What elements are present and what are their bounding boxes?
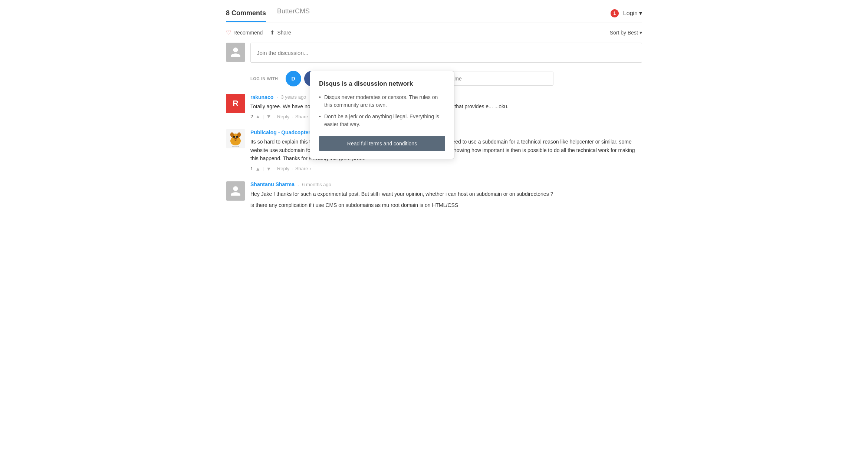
svg-text:Publica: Publica [232, 145, 239, 148]
comment-body: Shantanu Sharma · 6 months ago Hey Jake … [250, 181, 642, 213]
discussion-row [226, 43, 642, 63]
share-comment-button[interactable]: Share [295, 114, 308, 119]
vote-count: 1 [250, 166, 253, 171]
comments-header: 8 Comments ButterCMS 1 Login ▾ [226, 7, 642, 23]
reply-button[interactable]: Reply [277, 166, 289, 171]
downvote-button[interactable]: ▼ [266, 113, 271, 119]
upvote-button[interactable]: ▲ [255, 113, 260, 119]
upvote-button[interactable]: ▲ [255, 166, 260, 172]
tab-comments[interactable]: 8 Comments [226, 9, 266, 22]
login-button[interactable]: Login ▾ [623, 10, 642, 17]
header-tabs: 8 Comments ButterCMS [226, 7, 310, 19]
person-icon [230, 46, 241, 58]
share-comment-button[interactable]: Share › [295, 166, 311, 171]
notification-badge: 1 [611, 9, 619, 17]
comment-time: 3 years ago [281, 94, 306, 100]
comment-text-2: is there any complication if i use CMS o… [250, 201, 642, 209]
person-icon [230, 185, 241, 197]
popup-card: Disqus is a discussion network Disqus ne… [310, 71, 454, 159]
avatar-rakunaco: R [226, 94, 245, 113]
avatar-shantanu [226, 181, 245, 201]
recommend-button[interactable]: ♡ Recommend [226, 29, 263, 36]
popup-rule-1: Disqus never moderates or censors. The r… [319, 93, 445, 109]
reply-button[interactable]: Reply [277, 114, 289, 119]
vote-count: 2 [250, 114, 253, 119]
svg-point-4 [233, 136, 235, 138]
comment-item: Shantanu Sharma · 6 months ago Hey Jake … [226, 181, 642, 213]
comment-actions: 1 ▲ | ▼ · Reply · Share › [250, 166, 642, 172]
popup-rule-2: Don't be a jerk or do anything illegal. … [319, 113, 445, 128]
comment-time: 6 months ago [302, 182, 331, 187]
downvote-button[interactable]: ▼ [266, 166, 271, 172]
popup-title: Disqus is a discussion network [319, 80, 445, 88]
chevron-down-icon: ▾ [640, 30, 642, 36]
disqus-popup: Disqus is a discussion network Disqus ne… [310, 71, 454, 159]
disqus-login-button[interactable]: D [286, 71, 301, 86]
toolbar: ♡ Recommend ⬆ Share Sort by Best ▾ [226, 29, 642, 36]
comment-author[interactable]: rakunaco [250, 94, 273, 100]
chevron-down-icon: ▾ [639, 10, 642, 17]
comment-meta: Shantanu Sharma · 6 months ago [250, 181, 642, 188]
popup-rules: Disqus never moderates or censors. The r… [319, 93, 445, 128]
svg-point-6 [234, 138, 237, 139]
heart-icon: ♡ [226, 29, 231, 36]
user-avatar [226, 43, 245, 62]
avatar-publicalog: Publica [226, 129, 245, 148]
sort-button[interactable]: Sort by Best ▾ [610, 30, 642, 36]
read-terms-button[interactable]: Read full terms and conditions [319, 136, 445, 151]
toolbar-left: ♡ Recommend ⬆ Share [226, 29, 291, 36]
header-right: 1 Login ▾ [611, 9, 642, 17]
tab-buttercms[interactable]: ButterCMS [277, 7, 310, 19]
log-in-with-label: LOG IN WITH [250, 76, 278, 81]
share-button[interactable]: ⬆ Share [270, 29, 291, 36]
svg-point-5 [236, 136, 238, 138]
comment-author[interactable]: Shantanu Sharma [250, 181, 295, 187]
login-section: LOG IN WITH D f 🐦 G OR SIGN UP WITH DISQ… [250, 71, 642, 86]
comment-text: Hey Jake ! thanks for such a experimenta… [250, 190, 642, 198]
discussion-input[interactable] [250, 43, 642, 63]
signup-name-input[interactable] [442, 72, 553, 86]
share-icon: ⬆ [270, 29, 275, 36]
dog-icon: Publica [227, 130, 244, 148]
